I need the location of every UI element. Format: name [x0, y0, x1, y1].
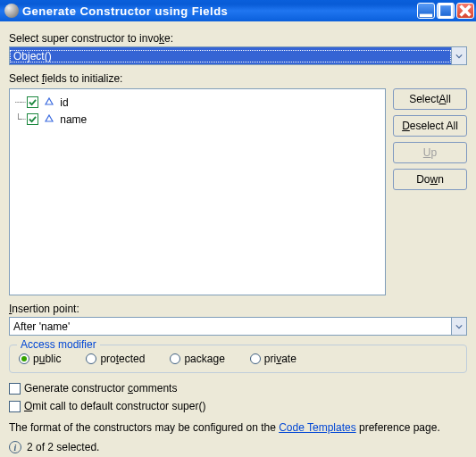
close-button[interactable]	[456, 3, 474, 19]
status-bar: i 2 of 2 selected.	[9, 441, 99, 453]
svg-rect-0	[420, 14, 432, 18]
fields-label: Select fields to initialize:	[9, 72, 467, 85]
maximize-button[interactable]	[437, 3, 455, 19]
field-checkbox[interactable]	[27, 113, 38, 125]
app-icon	[4, 4, 19, 18]
window-title: Generate Constructor using Fields	[22, 4, 415, 18]
deselect-all-button[interactable]: Deselect All	[393, 115, 467, 137]
down-button[interactable]: Down	[393, 169, 467, 190]
insertion-dropdown-button[interactable]	[451, 318, 466, 335]
fields-tree[interactable]: ┈┈ id └┈ name	[9, 88, 386, 295]
checkbox-icon	[9, 401, 21, 412]
check-icon	[29, 98, 37, 106]
field-name: name	[60, 113, 87, 126]
up-button: Up	[393, 142, 467, 163]
generate-comments-checkbox[interactable]: Generate constructor comments	[9, 382, 467, 395]
tree-row[interactable]: └┈ name	[15, 112, 380, 127]
radio-private[interactable]: private	[250, 353, 296, 365]
tree-connector: └┈	[15, 113, 25, 125]
svg-rect-1	[439, 4, 452, 17]
super-constructor-value: Object()	[10, 50, 451, 62]
super-constructor-label: Select super constructor to invoke:	[9, 32, 467, 45]
title-bar: Generate Constructor using Fields	[0, 0, 476, 21]
radio-package[interactable]: package	[170, 353, 224, 365]
code-templates-link[interactable]: Code Templates	[279, 421, 356, 434]
check-icon	[29, 115, 37, 123]
insertion-point-combo[interactable]: After 'name'	[9, 317, 467, 336]
minimize-icon	[418, 3, 434, 19]
tree-row[interactable]: ┈┈ id	[15, 95, 380, 110]
tree-connector: ┈┈	[15, 96, 25, 108]
info-icon: i	[9, 441, 21, 453]
super-constructor-dropdown-button[interactable]	[451, 47, 466, 64]
field-name: id	[60, 96, 68, 109]
access-modifier-legend: Access modifier	[17, 338, 100, 351]
status-text: 2 of 2 selected.	[27, 441, 99, 453]
chevron-down-icon	[455, 323, 463, 330]
radio-protected[interactable]: protected	[86, 353, 145, 365]
chevron-down-icon	[455, 53, 463, 60]
field-checkbox[interactable]	[27, 96, 38, 108]
field-type-icon	[44, 97, 54, 108]
insertion-point-value: After 'name'	[10, 320, 451, 333]
radio-icon	[250, 353, 261, 364]
radio-public[interactable]: public	[19, 353, 61, 365]
checkbox-icon	[9, 383, 21, 395]
minimize-button[interactable]	[417, 3, 435, 19]
close-icon	[457, 3, 473, 19]
format-footnote: The format of the constructors may be co…	[9, 421, 467, 434]
access-modifier-group: Access modifier public protected package…	[9, 345, 467, 373]
select-all-button[interactable]: Select All	[393, 88, 467, 110]
radio-icon	[86, 353, 96, 364]
field-type-icon	[44, 114, 54, 125]
maximize-icon	[438, 3, 454, 19]
omit-super-checkbox[interactable]: Omit call to default constructor super()	[9, 400, 467, 412]
insertion-point-label: Insertion point:	[9, 303, 467, 315]
radio-icon	[19, 353, 29, 364]
radio-icon	[170, 353, 180, 364]
super-constructor-combo[interactable]: Object()	[9, 46, 467, 65]
